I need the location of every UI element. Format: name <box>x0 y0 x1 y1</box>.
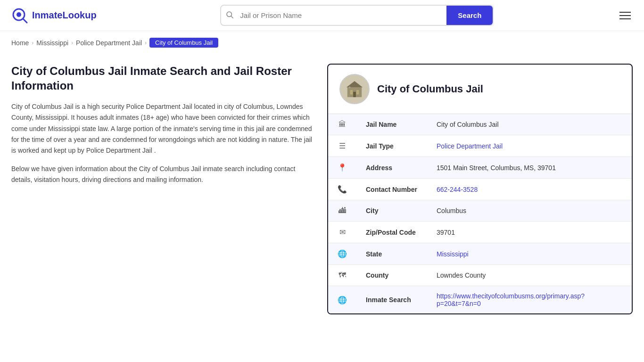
row-icon: 🌐 <box>328 286 356 314</box>
row-label: Inmate Search <box>356 286 427 314</box>
row-value: Columbus <box>427 200 632 222</box>
row-label: City <box>356 200 427 222</box>
search-input[interactable] <box>238 7 446 24</box>
table-row: 🌐Inmate Searchhttps://www.thecityofcolum… <box>328 286 632 314</box>
row-label: Contact Number <box>356 179 427 200</box>
table-row: ☰Jail TypePolice Department Jail <box>328 135 632 157</box>
row-label: Address <box>356 157 427 179</box>
table-row: 🌐StateMississippi <box>328 243 632 265</box>
row-value: Lowndes County <box>427 265 632 286</box>
row-icon: ☰ <box>328 135 356 157</box>
row-value[interactable]: 662-244-3528 <box>427 179 632 200</box>
jail-image <box>339 74 370 104</box>
description-1: City of Columbus Jail is a high security… <box>11 101 313 156</box>
row-value[interactable]: https://www.thecityofcolumbusms.org/prim… <box>427 286 632 314</box>
breadcrumb-sep-2: › <box>71 40 73 46</box>
row-icon: 🏛 <box>328 114 356 135</box>
row-icon: 🌐 <box>328 243 356 265</box>
row-label: Zip/Postal Code <box>356 222 427 243</box>
row-value[interactable]: Police Department Jail <box>427 135 632 157</box>
row-value: 39701 <box>427 222 632 243</box>
left-column: City of Columbus Jail Inmate Search and … <box>11 64 313 193</box>
table-row: 📞Contact Number662-244-3528 <box>328 179 632 200</box>
card-header: City of Columbus Jail <box>328 65 632 114</box>
table-row: 🏛Jail NameCity of Columbus Jail <box>328 114 632 135</box>
search-button[interactable]: Search <box>446 6 493 25</box>
row-label: Jail Type <box>356 135 427 157</box>
search-icon <box>221 11 238 20</box>
table-row: 📍Address1501 Main Street, Columbus, MS, … <box>328 157 632 179</box>
row-icon: 📍 <box>328 157 356 179</box>
menu-button[interactable] <box>618 10 633 21</box>
logo-icon <box>11 7 28 24</box>
row-label: County <box>356 265 427 286</box>
svg-rect-9 <box>353 92 356 97</box>
breadcrumb-mississippi[interactable]: Mississippi <box>36 39 68 47</box>
svg-line-4 <box>231 16 233 18</box>
main-content: City of Columbus Jail Inmate Search and … <box>0 54 644 333</box>
table-row: 🗺CountyLowndes County <box>328 265 632 286</box>
row-label: State <box>356 243 427 265</box>
breadcrumb-current: City of Columbus Jail <box>149 38 218 48</box>
logo-text: InmateLookup <box>32 10 97 21</box>
logo-link[interactable]: InmateLookup <box>11 7 97 24</box>
row-label: Jail Name <box>356 114 427 135</box>
svg-rect-10 <box>349 86 351 88</box>
row-icon: ✉ <box>328 222 356 243</box>
info-card: City of Columbus Jail 🏛Jail NameCity of … <box>327 64 633 314</box>
row-icon: 🏙 <box>328 200 356 222</box>
row-value[interactable]: Mississippi <box>427 243 632 265</box>
info-table: 🏛Jail NameCity of Columbus Jail☰Jail Typ… <box>328 114 632 313</box>
svg-point-1 <box>17 12 21 17</box>
svg-marker-6 <box>347 81 363 87</box>
page-title: City of Columbus Jail Inmate Search and … <box>11 64 313 93</box>
svg-rect-8 <box>356 90 359 95</box>
row-value: 1501 Main Street, Columbus, MS, 39701 <box>427 157 632 179</box>
breadcrumb: Home › Mississippi › Police Department J… <box>0 31 644 54</box>
breadcrumb-sep-3: › <box>145 40 147 46</box>
row-icon: 🗺 <box>328 265 356 286</box>
search-bar: Search <box>220 5 494 26</box>
description-2: Below we have given information about th… <box>11 164 313 185</box>
table-row: 🏙CityColumbus <box>328 200 632 222</box>
site-header: InmateLookup Search <box>0 0 644 31</box>
breadcrumb-police-dept[interactable]: Police Department Jail <box>76 39 142 47</box>
card-jail-name: City of Columbus Jail <box>377 83 483 95</box>
svg-rect-7 <box>350 90 353 95</box>
right-column: City of Columbus Jail 🏛Jail NameCity of … <box>327 64 633 314</box>
row-icon: 📞 <box>328 179 356 200</box>
row-value: City of Columbus Jail <box>427 114 632 135</box>
svg-line-2 <box>23 19 27 23</box>
table-row: ✉Zip/Postal Code39701 <box>328 222 632 243</box>
breadcrumb-home[interactable]: Home <box>11 39 29 47</box>
breadcrumb-sep-1: › <box>32 40 33 46</box>
